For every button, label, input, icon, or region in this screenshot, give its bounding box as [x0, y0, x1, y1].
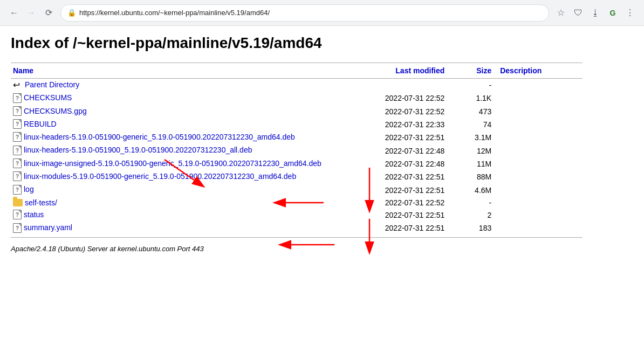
file-link[interactable]: REBUILD: [24, 120, 57, 128]
toolbar-icons: ☆ 🛡 ⭳ G ⋮: [553, 5, 638, 20]
file-size-cell: 183: [451, 222, 498, 234]
file-name-cell: linux-headers-5.19.0-051900-generic_5.19…: [11, 131, 325, 144]
file-icon: [13, 146, 22, 155]
file-description-cell: [498, 209, 583, 222]
file-name-cell: ↩Parent Directory: [11, 79, 325, 92]
file-link[interactable]: linux-image-unsigned-5.19.0-051900-gener…: [24, 159, 321, 168]
file-icon: [13, 223, 22, 233]
file-icon: [13, 93, 22, 103]
file-name-cell: REBUILD: [11, 118, 325, 131]
table-row: REBUILD2022-07-31 22:3374: [11, 118, 583, 131]
file-listing-table: Name Last modified Size Description ↩Par…: [11, 63, 583, 235]
file-name-cell: log: [11, 183, 325, 196]
file-size-cell: 1.1K: [451, 92, 498, 105]
file-name-cell: linux-modules-5.19.0-051900-generic_5.19…: [11, 170, 325, 183]
file-modified-cell: 2022-07-31 22:48: [325, 157, 451, 170]
page-wrapper: Index of /~kernel-ppa/mainline/v5.19/amd…: [0, 26, 644, 261]
file-icon: [13, 119, 22, 129]
header-row: Name Last modified Size Description: [11, 63, 583, 79]
name-column-header: Name: [11, 63, 325, 79]
folder-icon: [13, 199, 23, 206]
file-link[interactable]: CHECKSUMS: [24, 93, 72, 102]
nav-buttons: ← → ⟳: [6, 5, 56, 20]
bookmark-button[interactable]: ☆: [553, 5, 568, 20]
table-row: ↩Parent Directory-: [11, 79, 583, 92]
table-header: Name Last modified Size Description: [11, 63, 583, 79]
file-name-cell: linux-headers-5.19.0-051900_5.19.0-05190…: [11, 144, 325, 157]
download-button[interactable]: ⭳: [588, 5, 603, 20]
file-size-cell: 12M: [451, 144, 498, 157]
size-column-header: Size: [451, 63, 498, 79]
back-button[interactable]: ←: [6, 5, 22, 20]
file-modified-cell: 2022-07-31 22:51: [325, 209, 451, 222]
file-link[interactable]: linux-modules-5.19.0-051900-generic_5.19…: [24, 172, 296, 181]
file-name-cell: CHECKSUMS: [11, 92, 325, 105]
reload-button[interactable]: ⟳: [41, 5, 56, 20]
file-table-body: ↩Parent Directory-CHECKSUMS2022-07-31 22…: [11, 79, 583, 235]
file-description-cell: [498, 144, 583, 157]
file-modified-cell: 2022-07-31 22:51: [325, 183, 451, 196]
browser-chrome: ← → ⟳ 🔒 ☆ 🛡 ⭳ G ⋮: [0, 0, 644, 26]
modified-column-header: Last modified: [325, 63, 451, 79]
file-link[interactable]: summary.yaml: [24, 223, 72, 232]
table-row: linux-headers-5.19.0-051900-generic_5.19…: [11, 131, 583, 144]
table-row: CHECKSUMS.gpg2022-07-31 22:52473: [11, 105, 583, 118]
file-modified-cell: 2022-07-31 22:52: [325, 197, 451, 209]
file-icon: [13, 210, 22, 219]
file-link[interactable]: self-tests/: [25, 198, 57, 207]
file-link[interactable]: log: [24, 185, 34, 194]
file-size-cell: 4.6M: [451, 183, 498, 196]
file-size-cell: 2: [451, 209, 498, 222]
file-link[interactable]: CHECKSUMS.gpg: [24, 107, 87, 115]
table-row: linux-modules-5.19.0-051900-generic_5.19…: [11, 170, 583, 183]
file-modified-cell: 2022-07-31 22:48: [325, 144, 451, 157]
file-icon: [13, 132, 22, 142]
page-content: Index of /~kernel-ppa/mainline/v5.19/amd…: [0, 26, 593, 261]
file-icon: [13, 106, 22, 116]
forward-button[interactable]: →: [24, 5, 39, 20]
file-name-cell: self-tests/: [11, 197, 325, 209]
address-bar[interactable]: 🔒: [60, 4, 549, 22]
parent-dir-link[interactable]: Parent Directory: [25, 80, 79, 89]
file-name-cell: status: [11, 209, 325, 222]
modified-sort-link[interactable]: Last modified: [395, 66, 444, 75]
file-modified-cell: 2022-07-31 22:51: [325, 222, 451, 234]
file-size-cell: 3.1M: [451, 131, 498, 144]
file-size-cell: 11M: [451, 157, 498, 170]
table-row: self-tests/2022-07-31 22:52-: [11, 197, 583, 209]
menu-button[interactable]: ⋮: [622, 5, 638, 20]
profile-button[interactable]: G: [605, 5, 620, 20]
file-description-cell: [498, 105, 583, 118]
file-description-cell: [498, 157, 583, 170]
file-modified-cell: 2022-07-31 22:51: [325, 170, 451, 183]
file-modified-cell: 2022-07-31 22:51: [325, 131, 451, 144]
size-sort-link[interactable]: Size: [476, 66, 491, 75]
file-name-cell: CHECKSUMS.gpg: [11, 105, 325, 118]
name-sort-link[interactable]: Name: [13, 66, 33, 75]
file-modified-cell: 2022-07-31 22:33: [325, 118, 451, 131]
file-description-cell: [498, 197, 583, 209]
description-sort-link[interactable]: Description: [500, 66, 542, 75]
server-info: Apache/2.4.18 (Ubuntu) Server at kernel.…: [11, 245, 204, 253]
file-link[interactable]: status: [24, 210, 44, 219]
shield-button[interactable]: 🛡: [571, 5, 586, 20]
file-name-cell: summary.yaml: [11, 222, 325, 234]
file-size-cell: 74: [451, 118, 498, 131]
file-size-cell: -: [451, 79, 498, 92]
file-icon: [13, 158, 22, 168]
file-modified-cell: 2022-07-31 22:52: [325, 105, 451, 118]
file-link[interactable]: linux-headers-5.19.0-051900-generic_5.19…: [24, 133, 295, 141]
url-input[interactable]: [79, 9, 542, 17]
file-size-cell: 473: [451, 105, 498, 118]
file-link[interactable]: linux-headers-5.19.0-051900_5.19.0-05190…: [24, 146, 252, 154]
file-description-cell: [498, 92, 583, 105]
lock-icon: 🔒: [67, 9, 76, 17]
file-icon: [13, 185, 22, 195]
table-row: linux-image-unsigned-5.19.0-051900-gener…: [11, 157, 583, 170]
file-description-cell: [498, 118, 583, 131]
file-description-cell: [498, 131, 583, 144]
bottom-border: Apache/2.4.18 (Ubuntu) Server at kernel.…: [11, 237, 583, 253]
table-row: summary.yaml2022-07-31 22:51183: [11, 222, 583, 234]
description-column-header: Description: [498, 63, 583, 79]
page-title: Index of /~kernel-ppa/mainline/v5.19/amd…: [11, 34, 583, 52]
